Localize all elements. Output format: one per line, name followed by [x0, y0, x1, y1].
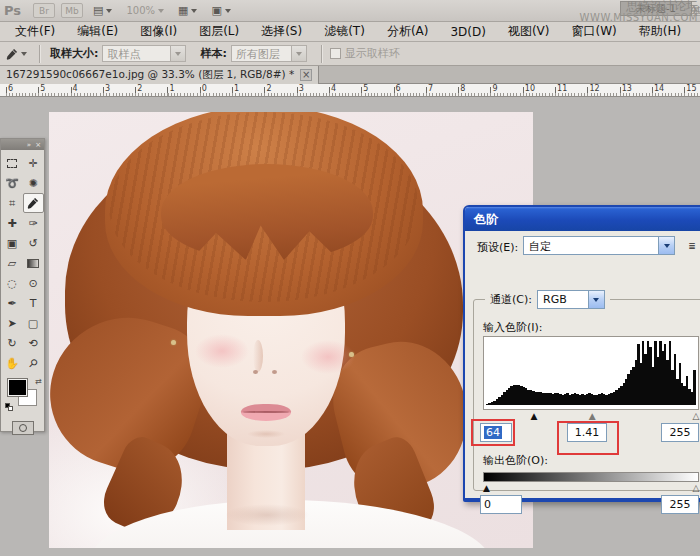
input-levels-label: 输入色阶(I):: [483, 320, 543, 335]
ruler-label: 4: [331, 84, 336, 93]
tools-panel-header: » ×: [1, 139, 44, 150]
quick-mask-button[interactable]: [12, 421, 34, 435]
zoom-level-button[interactable]: 100%: [122, 3, 168, 19]
gradient-tool[interactable]: [23, 253, 44, 273]
tools-panel: » × ✛➰✺⌗✚✑▣↺▱◌⊙✒T➤▢↻⟲✋⚲ ⇄: [0, 138, 45, 432]
arrange-documents-button[interactable]: ▦: [174, 3, 201, 19]
output-black-field[interactable]: 0: [480, 495, 522, 514]
output-white-slider[interactable]: △: [693, 483, 700, 493]
sample-size-label: 取样大小:: [50, 46, 98, 61]
chevron-down-icon: [225, 9, 231, 13]
bridge-button[interactable]: Br: [33, 3, 55, 18]
type-tool[interactable]: T: [23, 293, 44, 313]
input-white-value: 255: [670, 426, 691, 439]
annotation-box-black-value: [471, 419, 515, 446]
black-point-slider[interactable]: ▲: [531, 411, 538, 421]
clone-stamp-tool[interactable]: ▣: [2, 233, 23, 253]
menu-item-0[interactable]: 文件(F): [4, 22, 66, 41]
sample-label: 样本:: [200, 46, 226, 61]
shape-icon: ▢: [28, 317, 38, 330]
swap-colors-icon[interactable]: ⇄: [35, 377, 42, 386]
dodge-icon: ⊙: [28, 277, 37, 290]
gamma-slider[interactable]: ▲: [589, 411, 596, 421]
3d-rotate-tool[interactable]: ↻: [2, 333, 23, 353]
view-extras-button[interactable]: ▤: [89, 3, 116, 19]
divider: [39, 45, 40, 63]
path-selection-tool[interactable]: ➤: [2, 313, 23, 333]
dialog-title-bar[interactable]: 色阶: [465, 207, 700, 231]
pen-tool[interactable]: ✒: [2, 293, 23, 313]
close-icon[interactable]: ×: [300, 69, 312, 81]
shape-tool[interactable]: ▢: [23, 313, 44, 333]
application-bar: Ps Br Mb ▤ 100% ▦ ▣ 未标题-1 基 思缘设计论坛 WWW.M…: [0, 0, 700, 22]
collapse-panel-icon[interactable]: »: [27, 141, 31, 149]
channel-dropdown[interactable]: RGB: [537, 290, 605, 309]
channel-value: RGB: [538, 291, 588, 308]
menu-item-7[interactable]: 3D(D): [439, 22, 496, 41]
screen-mode-button[interactable]: ▣: [207, 3, 234, 19]
zoom-icon: ⚲: [26, 356, 41, 371]
preset-options-icon[interactable]: ≣: [684, 238, 700, 253]
spot-healing-brush-tool[interactable]: ✚: [2, 213, 23, 233]
ruler-label: 8: [460, 84, 465, 93]
close-icon[interactable]: ×: [35, 141, 41, 149]
zoom-tool[interactable]: ⚲: [23, 353, 44, 373]
chevron-down-icon: [158, 9, 164, 13]
ruler-label: 6: [396, 84, 401, 93]
move-tool[interactable]: ✛: [23, 153, 44, 173]
sample-size-dropdown[interactable]: 取样点: [102, 45, 186, 62]
mobile-button[interactable]: Mb: [61, 3, 83, 18]
tool-preset-picker[interactable]: [0, 48, 33, 60]
3d-orbit-icon: ⟲: [28, 337, 37, 350]
rectangular-marquee-tool[interactable]: [2, 153, 23, 173]
sample-value: 所有图层: [232, 46, 291, 61]
document-tab[interactable]: 167291590c06667e1o.jpg @ 33.3% (图层 1, RG…: [0, 66, 319, 84]
hand-icon: ✋: [5, 357, 19, 370]
options-bar: 取样大小: 取样点 样本: 所有图层 显示取样环: [0, 42, 700, 66]
menu-item-3[interactable]: 图层(L): [188, 22, 250, 41]
menu-item-10[interactable]: 帮助(H): [628, 22, 692, 41]
menu-item-2[interactable]: 图像(I): [129, 22, 188, 41]
ruler-label: 1: [170, 84, 175, 93]
quick-selection-tool[interactable]: ✺: [23, 173, 44, 193]
menu-item-4[interactable]: 选择(S): [250, 22, 313, 41]
eyedropper-tool[interactable]: [23, 193, 44, 213]
preset-dropdown[interactable]: 自定: [523, 236, 675, 255]
watermark-line2: WWW.MISSYUAN.COM: [580, 12, 698, 23]
hand-tool[interactable]: ✋: [2, 353, 23, 373]
output-black-value: 0: [484, 498, 491, 511]
white-point-slider[interactable]: △: [693, 411, 700, 421]
ruler-label: 3: [105, 84, 110, 93]
histogram-bar: [693, 370, 695, 405]
lasso-tool[interactable]: ➰: [2, 173, 23, 193]
chevron-down-icon: [170, 46, 185, 61]
output-black-slider[interactable]: ▲: [483, 483, 490, 493]
input-slider-track: ▲ ▲ △: [483, 411, 699, 421]
screen-mode-icon: ▣: [211, 4, 221, 17]
menu-item-9[interactable]: 窗口(W): [561, 22, 628, 41]
history-brush-icon: ↺: [28, 237, 37, 250]
brush-tool[interactable]: ✑: [23, 213, 44, 233]
document-tab-strip: 167291590c06667e1o.jpg @ 33.3% (图层 1, RG…: [0, 66, 700, 84]
ruler-label: 0: [202, 84, 207, 93]
menu-item-6[interactable]: 分析(A): [376, 22, 440, 41]
nose: [253, 340, 263, 372]
dodge-tool[interactable]: ⊙: [23, 273, 44, 293]
input-white-field[interactable]: 255: [661, 423, 699, 442]
divider: [321, 45, 322, 63]
blur-tool[interactable]: ◌: [2, 273, 23, 293]
spot-healing-brush-icon: ✚: [7, 217, 16, 230]
foreground-color-swatch[interactable]: [8, 379, 27, 396]
default-colors-icon[interactable]: [5, 403, 14, 411]
history-brush-tool[interactable]: ↺: [23, 233, 44, 253]
output-white-field[interactable]: 255: [661, 495, 699, 514]
eraser-tool[interactable]: ▱: [2, 253, 23, 273]
menu-item-5[interactable]: 滤镜(T): [313, 22, 376, 41]
menu-item-1[interactable]: 编辑(E): [66, 22, 129, 41]
show-sampling-ring-checkbox[interactable]: [330, 48, 341, 59]
crop-tool[interactable]: ⌗: [2, 193, 23, 213]
3d-orbit-tool[interactable]: ⟲: [23, 333, 44, 353]
menu-item-8[interactable]: 视图(V): [497, 22, 561, 41]
sample-dropdown[interactable]: 所有图层: [231, 45, 307, 62]
document-title: 167291590c06667e1o.jpg @ 33.3% (图层 1, RG…: [6, 68, 294, 82]
